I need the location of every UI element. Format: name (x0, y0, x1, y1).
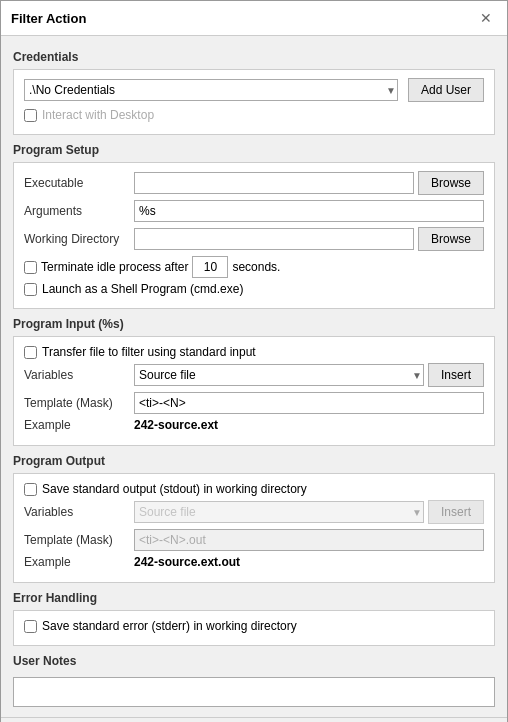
user-notes-header: User Notes (13, 654, 495, 668)
executable-row: Executable Browse (24, 171, 484, 195)
program-setup-header: Program Setup (13, 143, 495, 157)
executable-input[interactable] (134, 172, 414, 194)
working-directory-input[interactable] (134, 228, 414, 250)
working-directory-label: Working Directory (24, 232, 134, 246)
output-template-label: Template (Mask) (24, 533, 134, 547)
credentials-row: .\No Credentials ▼ Add User (24, 78, 484, 102)
interact-desktop-row: Interact with Desktop (24, 108, 484, 122)
output-example-label: Example (24, 555, 134, 569)
interact-desktop-label: Interact with Desktop (42, 108, 154, 122)
terminate-seconds-input[interactable] (192, 256, 228, 278)
credentials-combo-wrapper: .\No Credentials ▼ (24, 79, 398, 101)
credentials-header: Credentials (13, 50, 495, 64)
launch-shell-checkbox[interactable] (24, 283, 37, 296)
add-user-button[interactable]: Add User (408, 78, 484, 102)
save-stdout-row: Save standard output (stdout) in working… (24, 482, 484, 496)
credentials-dropdown[interactable]: .\No Credentials (24, 79, 398, 101)
save-stderr-label: Save standard error (stderr) in working … (42, 619, 297, 633)
terminate-idle-checkbox[interactable] (24, 261, 37, 274)
arguments-input[interactable] (134, 200, 484, 222)
input-variables-label: Variables (24, 368, 134, 382)
output-template-input (134, 529, 484, 551)
transfer-file-label: Transfer file to filter using standard i… (42, 345, 256, 359)
save-stderr-checkbox[interactable] (24, 620, 37, 633)
transfer-file-checkbox[interactable] (24, 346, 37, 359)
output-template-row: Template (Mask) (24, 529, 484, 551)
transfer-file-row: Transfer file to filter using standard i… (24, 345, 484, 359)
output-example-value: 242-source.ext.out (134, 555, 240, 569)
input-variables-dropdown[interactable]: Source file (134, 364, 424, 386)
output-variables-dropdown[interactable]: Source file (134, 501, 424, 523)
dialog-title: Filter Action (11, 11, 86, 26)
output-variables-label: Variables (24, 505, 134, 519)
input-example-label: Example (24, 418, 134, 432)
arguments-row: Arguments (24, 200, 484, 222)
output-insert-button: Insert (428, 500, 484, 524)
output-variables-row: Variables Source file ▼ Insert (24, 500, 484, 524)
input-template-row: Template (Mask) (24, 392, 484, 414)
input-insert-button[interactable]: Insert (428, 363, 484, 387)
input-example-value: 242-source.ext (134, 418, 218, 432)
input-variables-row: Variables Source file ▼ Insert (24, 363, 484, 387)
dialog-footer: OK Cancel (1, 717, 507, 722)
title-bar: Filter Action ✕ (1, 1, 507, 36)
save-stderr-row: Save standard error (stderr) in working … (24, 619, 484, 633)
browse-executable-button[interactable]: Browse (418, 171, 484, 195)
save-stdout-label: Save standard output (stdout) in working… (42, 482, 307, 496)
user-notes-input[interactable] (13, 677, 495, 707)
arguments-label: Arguments (24, 204, 134, 218)
dialog-content: Credentials .\No Credentials ▼ Add User … (1, 36, 507, 717)
input-template-label: Template (Mask) (24, 396, 134, 410)
input-variables-combo-wrapper: Source file ▼ (134, 364, 424, 386)
program-input-header: Program Input (%s) (13, 317, 495, 331)
interact-desktop-checkbox[interactable] (24, 109, 37, 122)
executable-label: Executable (24, 176, 134, 190)
input-example-row: Example 242-source.ext (24, 418, 484, 432)
filter-action-dialog: Filter Action ✕ Credentials .\No Credent… (0, 0, 508, 722)
launch-shell-label: Launch as a Shell Program (cmd.exe) (42, 282, 243, 296)
launch-shell-row: Launch as a Shell Program (cmd.exe) (24, 282, 484, 296)
seconds-label: seconds. (232, 260, 280, 274)
program-output-header: Program Output (13, 454, 495, 468)
terminate-idle-row: Terminate idle process after seconds. (24, 256, 484, 278)
close-button[interactable]: ✕ (475, 7, 497, 29)
input-template-input[interactable] (134, 392, 484, 414)
error-handling-header: Error Handling (13, 591, 495, 605)
output-variables-combo-wrapper: Source file ▼ (134, 501, 424, 523)
save-stdout-checkbox[interactable] (24, 483, 37, 496)
working-directory-row: Working Directory Browse (24, 227, 484, 251)
output-example-row: Example 242-source.ext.out (24, 555, 484, 569)
terminate-idle-label: Terminate idle process after (41, 260, 188, 274)
browse-working-dir-button[interactable]: Browse (418, 227, 484, 251)
